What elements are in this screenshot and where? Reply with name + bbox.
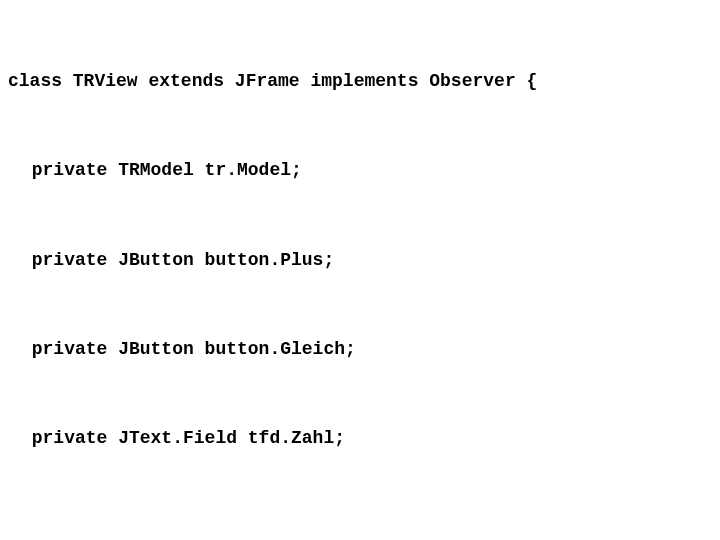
- code-line: private JButton button.Gleich;: [8, 335, 712, 365]
- code-line: private TRModel tr.Model;: [8, 156, 712, 186]
- code-line: class TRView extends JFrame implements O…: [8, 67, 712, 97]
- code-line: private JButton button.Plus;: [8, 246, 712, 276]
- code-line: private JText.Field tfd.Zahl;: [8, 424, 712, 454]
- code-block: class TRView extends JFrame implements O…: [8, 8, 712, 540]
